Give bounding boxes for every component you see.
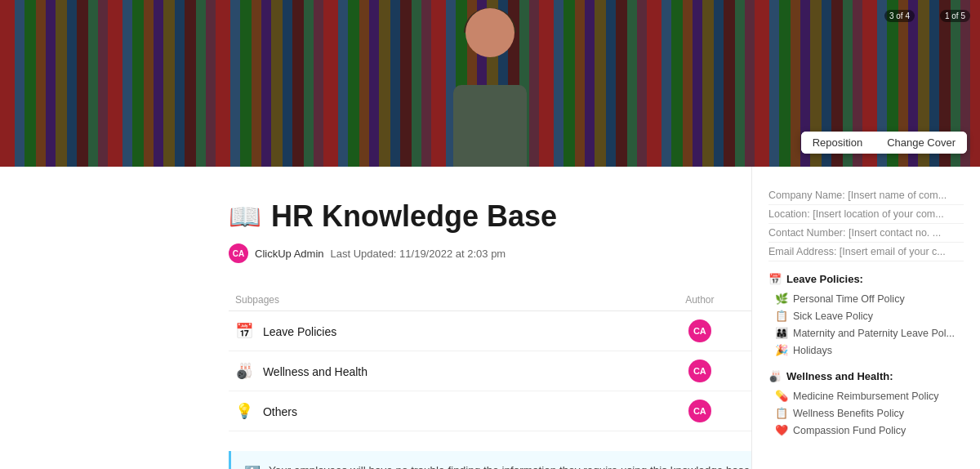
page-title: HR Knowledge Base	[271, 199, 557, 234]
subpage-icon: 📅	[235, 323, 253, 339]
author-cell: CA	[640, 351, 759, 391]
subpage-name: Leave Policies	[263, 325, 336, 338]
sidebar-item-leave[interactable]: 📋Sick Leave Policy	[768, 307, 964, 324]
subpage-name-cell: 🎳 Wellness and Health	[229, 351, 640, 391]
sidebar: Company Name: [Insert name of com... Loc…	[751, 167, 980, 469]
author-avatar: CA	[688, 360, 711, 382]
sidebar-contact: Contact Number: [Insert contact no. ...	[768, 224, 964, 243]
badge-left: 3 of 4	[884, 10, 915, 22]
page-emoji: 📖	[229, 201, 261, 232]
cover-action-buttons: Reposition Change Cover	[801, 132, 967, 154]
cover-image: Reposition Change Cover 3 of 4 1 of 5	[0, 0, 980, 167]
leave-item-icon: 🌿	[775, 293, 788, 305]
author-name: ClickUp Admin	[255, 248, 324, 260]
leave-policies-emoji: 📅	[768, 273, 782, 285]
wellness-emoji: 🎳	[768, 370, 782, 382]
change-cover-button[interactable]: Change Cover	[875, 132, 967, 154]
subpage-icon: 💡	[235, 403, 253, 419]
leave-item-label: Holidays	[793, 345, 832, 356]
subpage-icon: 🎳	[235, 363, 253, 379]
last-updated: Last Updated: 11/19/2022 at 2:03 pm	[331, 248, 506, 260]
leave-item-label: Sick Leave Policy	[793, 310, 873, 322]
sidebar-item-wellness[interactable]: ❤️Compassion Fund Policy	[768, 422, 964, 439]
subpage-name-cell: 💡 Others	[229, 391, 640, 431]
subpage-name: Others	[263, 405, 297, 418]
sidebar-item-wellness[interactable]: 💊Medicine Reimbursement Policy	[768, 387, 964, 404]
person-head	[466, 8, 514, 57]
wellness-item-icon: 📋	[775, 407, 788, 419]
subpage-name: Wellness and Health	[263, 365, 368, 378]
leave-item-icon: 👨‍👩‍👧	[775, 327, 788, 339]
author-avatar: CA	[688, 319, 711, 342]
sidebar-item-wellness[interactable]: 📋Wellness Benefits Policy	[768, 404, 964, 422]
wellness-item-label: Wellness Benefits Policy	[793, 408, 904, 419]
leave-item-icon: 🎉	[775, 344, 788, 356]
sidebar-email: Email Address: [Insert email of your c..…	[768, 243, 964, 261]
main-layout: 📖 HR Knowledge Base CA ClickUp Admin Las…	[0, 167, 980, 469]
reposition-button[interactable]: Reposition	[801, 132, 874, 154]
sidebar-company-name: Company Name: [Insert name of com...	[768, 186, 964, 205]
person-figure	[408, 0, 572, 167]
sidebar-item-leave[interactable]: 🎉Holidays	[768, 342, 964, 359]
sidebar-item-leave[interactable]: 🌿Personal Time Off Policy	[768, 290, 964, 307]
leave-item-label: Personal Time Off Policy	[793, 293, 905, 305]
person-body	[453, 85, 527, 167]
author-avatar: CA	[688, 400, 711, 422]
sidebar-leave-policies-title: 📅 Leave Policies:	[768, 273, 964, 285]
badge-right: 1 of 5	[940, 10, 970, 22]
sidebar-location: Location: [Insert location of your com..…	[768, 205, 964, 224]
wellness-item-icon: ❤️	[775, 424, 788, 436]
col-header-subpages: Subpages	[229, 289, 640, 311]
leave-item-icon: 📋	[775, 310, 788, 322]
col-header-author: Author	[640, 289, 759, 311]
wellness-item-label: Compassion Fund Policy	[793, 425, 906, 436]
callout-icon: ℹ️	[244, 463, 261, 469]
subpage-name-cell: 📅 Leave Policies	[229, 311, 640, 351]
sidebar-wellness-title: 🎳 Wellness and Health:	[768, 370, 964, 382]
author-avatar: CA	[229, 243, 248, 263]
wellness-item-label: Medicine Reimbursement Policy	[793, 391, 939, 402]
author-cell: CA	[640, 311, 759, 351]
wellness-item-icon: 💊	[775, 390, 788, 402]
leave-item-label: Maternity and Paternity Leave Pol...	[793, 328, 955, 339]
author-cell: CA	[640, 391, 759, 431]
sidebar-item-leave[interactable]: 👨‍👩‍👧Maternity and Paternity Leave Pol..…	[768, 324, 964, 342]
